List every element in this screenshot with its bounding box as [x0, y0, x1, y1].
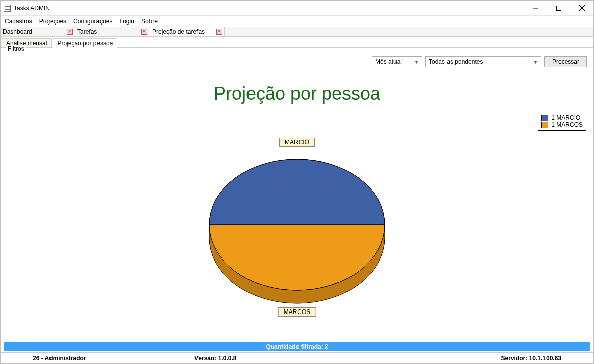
legend-swatch	[541, 122, 548, 128]
filtros-group: Filtros Mês atual ▾ Todas as pendentes ▾…	[3, 49, 591, 73]
slice-label-marcos: MARCOS	[278, 307, 316, 317]
legend-swatch	[541, 115, 548, 121]
subtab-projecao-por-pessoa[interactable]: Projeção por pessoa	[53, 38, 117, 48]
menu-sobre[interactable]: Sobre	[141, 18, 158, 25]
status-select[interactable]: Todas as pendentes ▾	[425, 56, 541, 67]
legend-item: 1 MARCIO	[541, 114, 583, 121]
legend-item: 1 MARCOS	[541, 121, 583, 128]
pie-chart: MARCIO MARCOS	[206, 149, 388, 305]
slice-label-marcio: MARCIO	[279, 138, 315, 147]
maximize-button[interactable]	[547, 1, 570, 15]
tab-projecao-de-tarefas[interactable]: Projeção de tarefas ✕	[150, 27, 225, 36]
filtros-legend: Filtros	[6, 45, 26, 53]
menu-login[interactable]: Login	[120, 18, 134, 25]
window-title: Tasks ADMIN	[14, 5, 50, 12]
chart-title: Projeção por pessoa	[214, 83, 380, 105]
app-icon	[4, 5, 11, 12]
chart-legend: 1 MARCIO 1 MARCOS	[538, 112, 586, 131]
sub-tabs: Análise mensal Projeção por pessoa	[1, 37, 593, 48]
close-icon[interactable]: ✕	[216, 29, 222, 35]
chevron-down-icon: ▾	[532, 57, 540, 66]
chart-panel: Projeção por pessoa 1 MARCIO 1 MARCOS MA…	[3, 73, 591, 341]
menu-configuracoes[interactable]: Configurações	[73, 18, 112, 25]
close-icon[interactable]: ✕	[141, 29, 147, 35]
status-server: Servidor: 10.1.100.63	[501, 355, 591, 362]
filter-status-bar: Quantidade filtrada: 2	[4, 342, 590, 351]
close-icon[interactable]: ✕	[67, 29, 73, 35]
status-version: Versão: 1.0.0.8	[194, 355, 501, 362]
tab-tarefas[interactable]: Tarefas ✕	[75, 27, 150, 36]
minimize-button[interactable]	[524, 1, 547, 15]
close-button[interactable]	[570, 1, 593, 15]
statusbar: 26 - Administrador Versão: 1.0.0.8 Servi…	[1, 352, 593, 363]
menu-projecoes[interactable]: Projeções	[39, 18, 66, 25]
menu-cadastros[interactable]: Cadastros	[5, 18, 32, 25]
tab-dashboard[interactable]: Dashboard ✕	[1, 27, 75, 36]
period-select[interactable]: Mês atual ▾	[372, 56, 422, 67]
svg-rect-1	[557, 6, 561, 10]
menubar: Cadastros Projeções Configurações Login …	[1, 16, 593, 27]
chevron-down-icon: ▾	[413, 57, 421, 66]
process-button[interactable]: Processar	[544, 56, 587, 67]
document-tabs: Dashboard ✕ Tarefas ✕ Projeção de tarefa…	[1, 27, 593, 37]
status-user: 26 - Administrador	[3, 355, 194, 362]
titlebar: Tasks ADMIN	[1, 1, 593, 16]
